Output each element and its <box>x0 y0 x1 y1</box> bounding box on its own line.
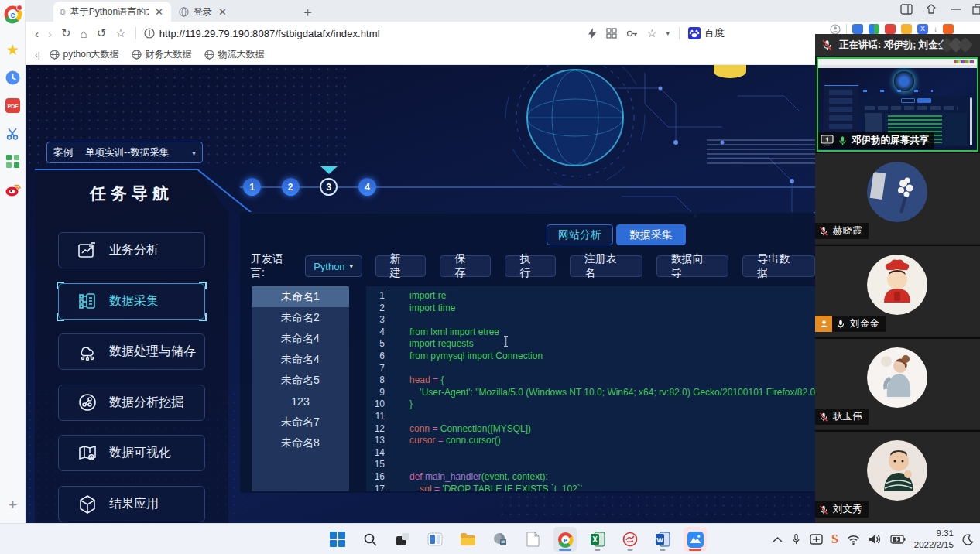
file-list-item[interactable]: 123 <box>252 391 349 412</box>
panel-tab[interactable]: 网站分析 <box>547 224 613 245</box>
extension-icon[interactable] <box>869 24 879 34</box>
screenshot-scissors-icon[interactable] <box>3 124 22 143</box>
microphone-icon[interactable] <box>791 533 801 545</box>
toolbar-button[interactable]: 数据向导 <box>656 255 729 277</box>
ime-icon[interactable] <box>810 534 823 545</box>
collapse-bookmarks-icon[interactable]: ‹| <box>35 50 40 60</box>
hint-bubble[interactable] <box>714 65 746 78</box>
sidebar-toggle-icon[interactable] <box>900 3 913 15</box>
toolbar-button[interactable]: 导出数据 <box>742 255 815 277</box>
extension-icon[interactable] <box>943 24 954 34</box>
step-circle[interactable]: 2 <box>282 178 300 196</box>
toolbar-button[interactable]: 新建 <box>375 255 427 277</box>
back-icon[interactable]: ‹ <box>35 27 39 40</box>
extension-icon[interactable] <box>852 24 863 34</box>
file-list-item[interactable]: 未命名7 <box>252 412 349 433</box>
key-icon[interactable] <box>626 29 638 39</box>
file-list-item[interactable]: 未命名4 <box>252 328 349 349</box>
tencent-meeting-icon[interactable] <box>684 527 707 552</box>
weibo-icon[interactable] <box>3 180 22 199</box>
step-circle[interactable]: 4 <box>358 178 376 196</box>
new-tab-button[interactable]: ＋ <box>301 3 314 21</box>
participant-tile[interactable]: 刘文秀 <box>815 430 980 522</box>
nav-menu-item[interactable]: 数据可视化 <box>58 435 205 471</box>
minimize-icon[interactable] <box>950 3 962 15</box>
file-list-item[interactable]: 未命名1 <box>252 286 349 307</box>
file-explorer-icon[interactable] <box>456 527 479 552</box>
case-select-dropdown[interactable]: 案例一 单项实训--数据采集 ▾ <box>46 142 203 163</box>
search-icon[interactable] <box>358 527 382 552</box>
url-text[interactable]: http://119.29.79.190:8087/fstbigdatafx/i… <box>159 28 380 39</box>
extension-icon[interactable] <box>901 24 912 34</box>
pdf-tool-icon[interactable]: PDF <box>3 96 22 115</box>
network-app-icon[interactable] <box>488 527 512 552</box>
screen-share-tile[interactable]: 邓伊勃的屏幕共享 <box>817 57 978 152</box>
participant-tile[interactable]: 耿玉伟 <box>815 337 980 429</box>
browser-logo-icon[interactable]: e <box>3 5 22 24</box>
reload-icon[interactable]: ↻ <box>61 26 71 40</box>
chevron-down-icon[interactable]: ▾ <box>666 29 670 37</box>
nav-menu-item[interactable]: 数据采集 <box>58 283 205 320</box>
extension-icon[interactable] <box>885 24 896 34</box>
home-icon[interactable]: ⌂ <box>81 27 87 40</box>
file-list-item[interactable]: 未命名4 <box>252 349 349 370</box>
download-arrow-icon[interactable]: ↓ <box>934 24 937 35</box>
language-select[interactable]: Python ▾ <box>305 255 362 277</box>
notepad-icon[interactable] <box>521 527 544 552</box>
battery-icon[interactable] <box>890 535 906 544</box>
start-button[interactable] <box>326 527 349 552</box>
red-seal-app-icon[interactable] <box>618 527 642 552</box>
chevron-up-icon[interactable] <box>773 536 783 543</box>
excel-icon[interactable]: X <box>586 527 609 552</box>
nav-menu-item[interactable]: 数据处理与储存 <box>58 333 205 370</box>
nav-menu-item[interactable]: 结果应用 <box>58 486 205 522</box>
favorite-star-icon[interactable]: ☆ <box>647 27 657 39</box>
wifi-icon[interactable] <box>847 535 860 545</box>
clock[interactable]: 9:31 2022/2/15 <box>914 528 954 551</box>
restore-icon[interactable] <box>971 3 980 15</box>
widgets-app-icon[interactable] <box>423 527 447 552</box>
forward-icon[interactable]: › <box>48 27 52 40</box>
extension-icon[interactable]: X <box>917 24 928 34</box>
snipping-app-icon[interactable] <box>391 527 414 552</box>
toolbar-button[interactable]: 注册表名 <box>570 255 642 277</box>
step-circle[interactable]: 3 <box>320 178 338 196</box>
participant-tile[interactable]: 赫晓霞 <box>815 152 980 244</box>
panel-tab[interactable]: 数据采集 <box>616 224 686 245</box>
file-list-item[interactable]: 未命名2 <box>252 307 349 328</box>
participant-tile[interactable]: 刘金金 <box>815 245 980 337</box>
moon-icon[interactable] <box>962 534 974 545</box>
baidu-label[interactable]: 百度 <box>704 26 725 40</box>
code-editor[interactable]: 1 import re 2 import time 3 <box>366 286 815 491</box>
sogou-icon[interactable]: S <box>831 532 838 546</box>
session-restore-icon[interactable]: ↺ <box>97 26 107 40</box>
extensions-grid-icon[interactable] <box>606 28 617 39</box>
history-clock-icon[interactable] <box>3 68 22 87</box>
nav-menu-item[interactable]: 业务分析 <box>58 232 205 268</box>
favorites-star-icon[interactable]: ★ <box>3 40 22 60</box>
account-icon[interactable] <box>830 24 841 35</box>
bookmark-star-icon[interactable]: ☆ <box>115 26 125 40</box>
browser-tab[interactable]: 登录 ✕ <box>173 2 293 22</box>
toolbar-button[interactable]: 执行 <box>505 255 556 277</box>
theme-cloak-icon[interactable] <box>925 3 937 15</box>
volume-icon[interactable] <box>869 534 882 545</box>
word-icon[interactable]: W <box>651 527 674 552</box>
lightning-icon[interactable] <box>588 28 597 39</box>
baidu-icon[interactable] <box>688 27 701 39</box>
bookmark-item[interactable]: 物流大数据 <box>198 46 271 63</box>
tab-close-icon[interactable]: ✕ <box>217 6 228 18</box>
bookmark-item[interactable]: 财务大数据 <box>125 46 198 63</box>
apps-grid-icon[interactable] <box>3 152 22 171</box>
bookmark-item[interactable]: python大数据 <box>43 46 125 63</box>
browser-360-icon[interactable]: e <box>553 527 577 552</box>
toolbar-button[interactable]: 保存 <box>440 255 491 277</box>
file-list-item[interactable]: 未命名5 <box>252 370 349 391</box>
browser-tab[interactable]: 基于Python语言的大数据统计分 ✕ <box>53 2 171 22</box>
nav-menu-item[interactable]: 数据分析挖掘 <box>58 385 205 421</box>
file-list-item[interactable]: 未命名8 <box>252 433 349 453</box>
tab-close-icon[interactable]: ✕ <box>153 6 165 18</box>
rail-add-plus-icon[interactable]: + <box>3 495 22 515</box>
step-circle[interactable]: 1 <box>243 178 261 196</box>
info-icon[interactable] <box>144 28 155 39</box>
